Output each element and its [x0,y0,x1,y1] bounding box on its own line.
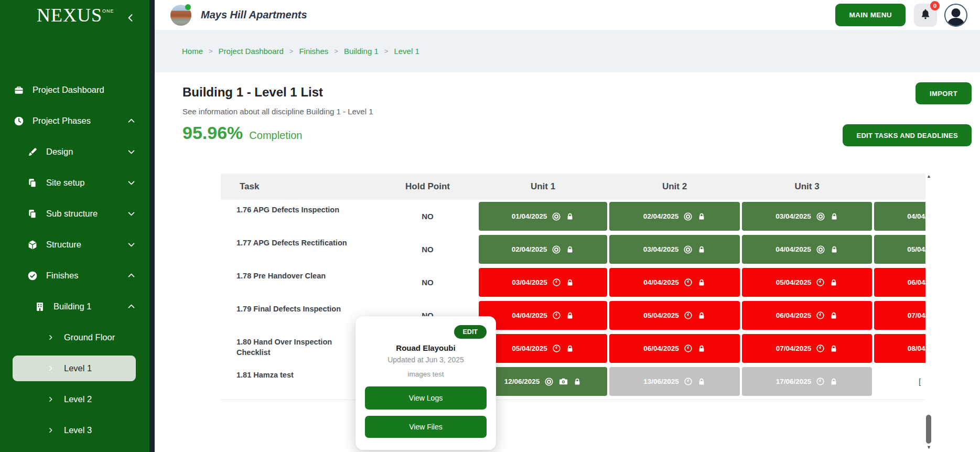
lock-icon [566,245,574,254]
table-row: 1.76 APG Defects InspectionNO01/04/20250… [221,200,925,233]
target-icon [816,212,825,221]
sidebar-item-design[interactable]: Design [0,136,149,167]
task-name: 1.78 Pre Handover Clean [236,271,360,282]
hold-point-value: NO [378,233,478,266]
cell-date: 13/06/2025 [643,378,679,385]
target-icon [683,212,693,221]
popup-edit-button[interactable]: EDIT [454,325,487,339]
unit-date-cell[interactable]: 12/06/2025 [479,367,607,396]
breadcrumb-link-level-1[interactable]: Level 1 [394,47,419,56]
unit-date-cell[interactable]: 04/04/2025 [479,301,607,330]
unit-date-cell[interactable]: 05/04/2025 [479,334,607,363]
sidebar-item-test-building[interactable]: Test Building [0,446,149,452]
scrollbar-down-arrow[interactable]: ▼ [925,445,932,450]
breadcrumb-link-project-dashboard[interactable]: Project Dashboard [219,47,284,56]
sidebar-item-label: Level 1 [64,363,92,373]
unit-date-cell[interactable]: 01/04/2025 [479,202,607,231]
lock-icon [697,311,706,320]
notification-badge: 0 [930,1,940,10]
page-title: Building 1 - Level 1 List [182,85,323,100]
sidebar-item-site-setup[interactable]: Site setup [0,167,149,198]
target-icon [816,245,825,254]
sidebar-item-building-1[interactable]: Building 1 [0,291,149,322]
clock-icon [552,311,561,320]
unit-date-cell[interactable]: 06/04/2025 [874,268,925,297]
unit-date-cell[interactable]: 03/04/2025 [742,202,872,231]
view-logs-button[interactable]: View Logs [365,386,487,410]
user-avatar[interactable] [944,4,967,27]
view-files-button[interactable]: View Files [365,416,487,438]
unit-date-cell[interactable]: 17/06/2025 [742,367,872,396]
chevron-up-icon [127,271,136,280]
cell-date: [ [919,377,921,386]
unit-date-cell[interactable]: 08/04/2025 [874,334,925,363]
clock-icon [684,344,693,353]
sidebar-logo-row: NEXUSONE [0,0,149,35]
cell-detail-popup: EDIT Rouad Elayoubi Updated at Jun 3, 20… [356,316,496,450]
unit-date-cell[interactable]: 03/04/2025 [609,235,740,264]
scrollbar-thumb[interactable] [926,415,931,444]
unit-date-cell[interactable]: 07/04/2025 [742,334,872,363]
sidebar-item-level-2[interactable]: Level 2 [0,384,149,415]
breadcrumb-separator: > [384,47,389,55]
notifications-button[interactable]: 0 [914,4,937,27]
chevron-right-icon [45,365,56,372]
clock-icon [816,278,825,287]
sidebar-item-finishes[interactable]: Finishes [0,260,149,291]
main-menu-button[interactable]: MAIN MENU [835,4,906,26]
cell-date: 04/04/2025 [776,245,811,253]
cell-date: 06/04/2025 [908,278,925,286]
unit-date-cell[interactable]: 03/04/2025 [479,268,607,297]
sidebar-item-structure[interactable]: Structure [0,229,149,260]
breadcrumb: Home>Project Dashboard>Finishes>Building… [182,47,419,56]
sidebar-nav: Project DashboardProject PhasesDesignSit… [0,35,149,452]
content-card: Building 1 - Level 1 List See informatio… [167,72,980,452]
target-icon [683,245,693,254]
unit-date-cell[interactable]: 05/04/2025 [742,268,872,297]
cube-icon [27,240,38,250]
unit-date-cell[interactable]: 04/04/2025 [609,268,740,297]
clock-icon [552,278,561,287]
unit-date-cell[interactable]: 06/04/2025 [742,301,872,330]
briefcase-icon [14,85,24,95]
unit-date-cell[interactable]: 02/04/2025 [609,202,740,231]
chevron-up-icon [127,116,136,125]
table-row: 1.81 Hamza testNO12/06/202513/06/202517/… [221,365,925,398]
unit-date-cell[interactable]: 02/04/2025 [479,235,607,264]
edit-tasks-and-deadlines-button[interactable]: EDIT TASKS AND DEADLINES [843,124,972,146]
sidebar-item-sub-structure[interactable]: Sub structure [0,198,149,229]
import-button[interactable]: IMPORT [916,82,972,104]
sidebar-item-project-phases[interactable]: Project Phases [0,105,149,136]
sidebar: NEXUSONE Project DashboardProject Phases… [0,0,149,452]
app-root: NEXUSONE Project DashboardProject Phases… [0,0,980,452]
cell-date: 07/04/2025 [776,345,812,352]
breadcrumb-link-building-1[interactable]: Building 1 [344,47,379,56]
unit-date-cell[interactable]: 13/06/2025 [609,367,740,396]
sidebar-item-level-3[interactable]: Level 3 [0,415,149,446]
unit-date-cell[interactable]: 05/04/2025 [874,235,925,264]
clock-icon [816,377,825,386]
unit-date-cell[interactable]: 05/04/2025 [609,301,740,330]
sidebar-item-level-1[interactable]: Level 1 [0,353,149,384]
breadcrumb-link-home[interactable]: Home [182,47,203,56]
breadcrumb-link-finishes[interactable]: Finishes [299,47,328,56]
clock-icon [552,344,561,353]
cell-date: 06/04/2025 [643,345,679,352]
lock-icon [566,311,574,320]
sidebar-collapse-icon[interactable] [125,13,136,25]
bell-icon [920,8,931,22]
sidebar-item-ground-floor[interactable]: Ground Floor [0,322,149,353]
unit-date-cell[interactable]: 04/04/2025 [874,202,925,231]
cell-date: 03/04/2025 [512,278,547,286]
sidebar-item-project-dashboard[interactable]: Project Dashboard [0,74,149,105]
unit-date-cell[interactable]: 04/04/2025 [742,235,872,264]
chevron-right-icon [45,334,56,341]
sidebar-item-label: Ground Floor [64,332,115,342]
lock-icon [566,212,574,221]
table-vertical-scrollbar[interactable]: ▲ ▼ [925,174,932,448]
unit-date-cell[interactable]: 06/04/2025 [609,334,740,363]
unit-date-cell[interactable]: 07/04/2025 [874,301,925,330]
scrollbar-up-arrow[interactable]: ▲ [925,174,932,179]
lock-icon [830,345,838,353]
sidebar-item-label: Sub structure [46,209,98,219]
